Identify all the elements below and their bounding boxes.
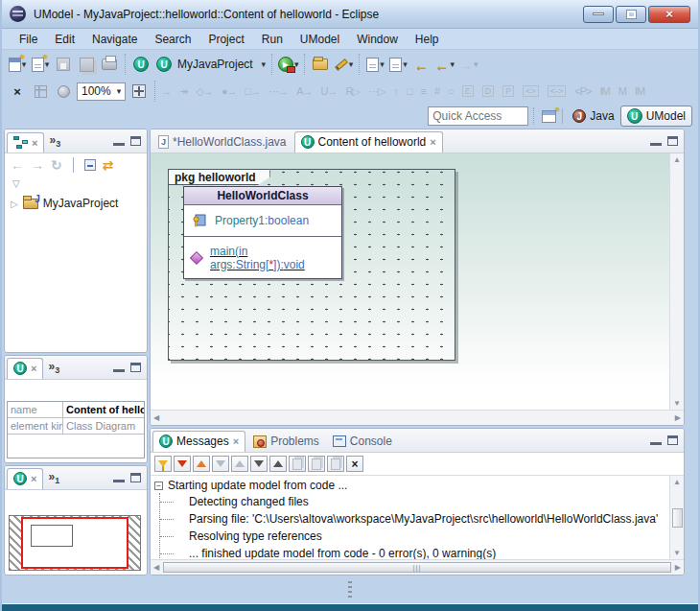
copy-all-button[interactable] <box>327 456 344 472</box>
tab-overflow-indicator[interactable]: »3 <box>45 360 62 375</box>
editor-vertical-scrollbar[interactable]: ▲ ▼ <box>669 153 684 410</box>
collapse-all-button[interactable] <box>84 159 96 171</box>
menu-search[interactable]: Search <box>147 31 198 48</box>
delete-button[interactable]: × <box>8 82 27 101</box>
tool-composition-button[interactable]: ●→ <box>222 85 237 97</box>
next-error-button[interactable] <box>174 456 191 472</box>
property-row-name[interactable]: name Content of hello <box>8 402 144 418</box>
maximize-view-button[interactable] <box>667 435 678 445</box>
fit-selection-button[interactable] <box>31 82 50 101</box>
class-name[interactable]: HelloWorldClass <box>184 187 341 205</box>
tool-generalization-button[interactable]: ↑ <box>393 85 398 97</box>
scroll-right-icon[interactable]: ▶ <box>675 563 681 572</box>
tool-node-button[interactable]: ○ <box>448 85 454 97</box>
back-button[interactable]: ←▾ <box>434 55 455 74</box>
tool-realization-button[interactable]: R▷ <box>346 85 360 98</box>
menu-project[interactable]: Project <box>200 31 251 48</box>
tool-aggregation-button[interactable]: ◇→ <box>196 85 212 98</box>
forward-button[interactable]: →▾ <box>458 55 478 74</box>
close-tab-icon[interactable]: × <box>31 473 36 484</box>
log-line[interactable]: Resolving type references <box>160 528 669 545</box>
tool-instance-button[interactable]: # <box>434 85 439 97</box>
save-all-button[interactable] <box>77 55 96 74</box>
messages-horizontal-scrollbar[interactable]: ◀ ||| ▶ <box>151 559 684 575</box>
grayscale-button[interactable] <box>54 82 73 101</box>
tool-abstraction-button[interactable]: U→ <box>321 85 338 97</box>
splitter-grip[interactable] <box>348 581 352 599</box>
prev-error-button[interactable] <box>193 456 210 472</box>
collapse-expand-icon[interactable]: − <box>154 482 163 490</box>
overview-tab[interactable]: U × <box>7 468 43 489</box>
tool-usage-button[interactable]: A→ <box>296 85 312 97</box>
class-operation-row[interactable]: main(in args:String[*]):void <box>184 237 341 278</box>
filter-button[interactable] <box>154 456 172 472</box>
zoom-combo[interactable]: 100%▾ <box>77 82 126 101</box>
uml-class-helloworldclass[interactable]: HelloWorldClass Property1:boolean <box>183 186 342 279</box>
tool-stereotype-button[interactable]: <-> <box>548 85 567 97</box>
close-tab-icon[interactable]: × <box>233 435 239 447</box>
tool-profile-button[interactable]: <> <box>523 85 539 97</box>
next-message-button[interactable] <box>250 456 268 472</box>
log-line[interactable]: ... finished update model from code - 0 … <box>160 545 669 559</box>
minimize-view-button[interactable] <box>113 473 125 482</box>
maximize-button[interactable] <box>616 6 646 23</box>
apply-umodel-profile-button[interactable]: U <box>131 55 151 74</box>
last-edit-location-button[interactable]: ← <box>411 55 431 74</box>
class-attribute-row[interactable]: Property1:boolean <box>184 205 341 237</box>
maximize-view-button[interactable] <box>130 473 141 482</box>
console-tab[interactable]: Console <box>327 432 398 452</box>
overview-viewport[interactable] <box>21 517 128 569</box>
minimize-view-button[interactable] <box>650 435 662 445</box>
tool-enumeration-button[interactable]: E <box>462 85 474 97</box>
open-perspective-button[interactable]: * <box>539 106 558 126</box>
messages-tab[interactable]: U Messages × <box>152 431 245 452</box>
project-selector[interactable]: MyJavaProject ▾ <box>177 55 266 74</box>
scroll-down-icon[interactable]: ▼ <box>673 399 681 408</box>
tool-import-button[interactable]: IM <box>635 85 644 97</box>
close-tab-icon[interactable]: × <box>430 136 435 148</box>
menu-edit[interactable]: Edit <box>47 31 82 48</box>
menu-umodel[interactable]: UModel <box>292 31 347 48</box>
menu-window[interactable]: Window <box>349 31 406 48</box>
menu-file[interactable]: File <box>12 31 45 48</box>
view-menu-button[interactable]: ▽ <box>5 176 147 191</box>
copy-line-button[interactable] <box>308 456 325 472</box>
log-root-line[interactable]: − Starting update model from code ... <box>154 478 669 493</box>
menu-help[interactable]: Help <box>408 31 447 48</box>
tool-containment-button[interactable]: □→ <box>245 85 261 97</box>
maximize-view-button[interactable] <box>667 136 678 146</box>
property-row-element-kind[interactable]: element kind Class Diagram <box>8 418 144 435</box>
tool-package-button[interactable]: □ <box>407 85 412 97</box>
log-line[interactable]: Detecting changed files <box>160 493 669 510</box>
tab-overflow-indicator[interactable]: »1 <box>45 470 62 485</box>
properties-tab[interactable]: U × <box>7 358 43 379</box>
editor-horizontal-scrollbar[interactable]: ◀ ▶ <box>151 410 684 425</box>
import-binary-button[interactable]: ▾ <box>388 55 408 74</box>
maximize-view-button[interactable] <box>130 363 141 372</box>
minimize-view-button[interactable] <box>113 363 125 372</box>
log-line[interactable]: Parsing file: 'C:\Users\altova\workspace… <box>160 510 669 528</box>
tree-item-myjavaproject[interactable]: ▷ MyJavaProject <box>7 195 145 212</box>
umodel-perspective-button[interactable]: U UModel <box>620 106 692 127</box>
tool-class-button[interactable]: ≡ <box>421 85 426 97</box>
tool-profile-application-button[interactable]: <P> <box>574 85 591 97</box>
next-warning-button[interactable] <box>212 456 229 472</box>
java-perspective-button[interactable]: J Java <box>567 107 619 125</box>
new-wizard-button[interactable]: *▾ <box>8 55 27 74</box>
uml-package-frame[interactable]: pkg helloworld HelloWorldClass Pr <box>168 169 455 361</box>
tree-expander-icon[interactable]: ▷ <box>11 199 18 209</box>
import-source-button[interactable]: ▾ <box>365 55 385 74</box>
annotate-button[interactable]: ▾ <box>334 55 353 74</box>
scroll-down-icon[interactable]: ▼ <box>673 549 681 557</box>
tab-overflow-indicator[interactable]: »3 <box>46 133 63 149</box>
model-tree-tab[interactable]: × <box>7 132 44 153</box>
clear-messages-button[interactable]: × <box>346 456 363 472</box>
tool-merge-button[interactable]: M <box>618 85 626 97</box>
run-button[interactable]: ▶▾ <box>278 55 299 74</box>
tool-dependency-button[interactable]: ⋯→ <box>268 85 288 98</box>
scroll-left-icon[interactable]: ◀ <box>153 413 159 422</box>
close-tab-icon[interactable]: × <box>32 137 37 149</box>
scrollbar-thumb[interactable] <box>672 508 683 528</box>
editor-tab-content-of-helloworld[interactable]: U Content of helloworld × <box>294 131 443 153</box>
pan-mode-button[interactable] <box>129 82 149 101</box>
